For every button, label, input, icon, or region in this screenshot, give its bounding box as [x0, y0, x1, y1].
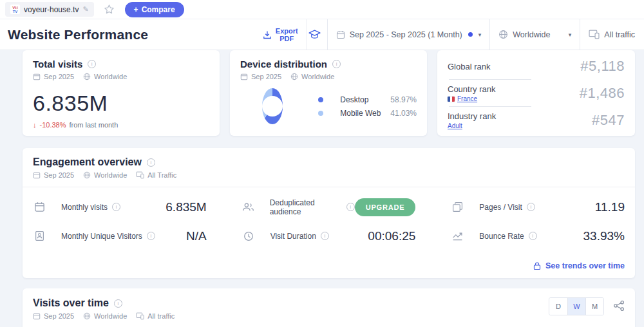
edit-pencil-icon[interactable]: ✎ — [82, 5, 88, 14]
favicon-text-bottom: TV — [13, 10, 18, 14]
device-distribution-card: Device distribution i Sep 2025 Worldwide… — [230, 50, 427, 136]
header-controls: ExportPDF Sep 2025 - Sep 2025 (1 Month) … — [254, 19, 644, 50]
devices-icon — [589, 30, 600, 39]
subtitle-date: Sep 2025 — [44, 171, 74, 179]
pages-icon — [451, 201, 464, 212]
industry-rank-label: Industry rank — [448, 111, 496, 121]
legend-item-mobile: Mobile Web 41.03% — [318, 109, 417, 118]
subtitle-geo: Worldwide — [94, 312, 127, 320]
clock-icon — [242, 231, 255, 241]
info-icon[interactable]: i — [112, 203, 120, 211]
share-icon[interactable] — [613, 300, 625, 312]
metric-monthly-visits: Monthly visits i 6.835M — [33, 192, 207, 221]
country-rank-label: Country rank — [448, 84, 495, 94]
subtitle-geo: Worldwide — [301, 73, 334, 80]
id-card-icon — [33, 230, 46, 241]
subtitle-date: Sep 2025 — [44, 73, 74, 80]
legend-value: 58.97% — [390, 95, 417, 104]
info-icon[interactable]: i — [88, 60, 96, 68]
site-tab[interactable]: VH TV voyeur-house.tv ✎ — [5, 2, 94, 17]
calendar-icon — [33, 73, 41, 80]
favorite-star-icon[interactable] — [104, 4, 115, 15]
chevron-down-icon: ▾ — [478, 32, 482, 38]
export-pdf-label: ExportPDF — [276, 27, 298, 42]
date-range-picker[interactable]: Sep 2025 - Sep 2025 (1 Month) ▾ — [327, 19, 490, 50]
mobile-dot-icon — [318, 111, 323, 116]
geo-selector[interactable]: Worldwide ▾ — [489, 19, 580, 50]
granularity-day-button[interactable]: D — [549, 298, 567, 315]
top-bar: VH TV voyeur-house.tv ✎ + Compare — [0, 0, 644, 19]
legend-label: Mobile Web — [340, 109, 390, 118]
info-icon[interactable]: i — [147, 158, 155, 167]
ranks-card: Global rank #5,118 Country rank France #… — [437, 50, 635, 136]
subtitle-date: Sep 2025 — [44, 312, 74, 320]
calendar-icon — [336, 30, 345, 39]
subtitle-traffic: All traffic — [147, 312, 175, 320]
total-visits-value: 6.835M — [33, 91, 209, 116]
globe-icon — [290, 73, 298, 80]
global-rank-label: Global rank — [448, 62, 490, 71]
metric-label: Pages / Visit — [479, 203, 522, 212]
compare-button[interactable]: + Compare — [125, 2, 184, 17]
metric-label: Visit Duration — [270, 232, 316, 241]
total-visits-title: Total visits — [33, 59, 82, 70]
chevron-down-icon: ▾ — [569, 32, 572, 38]
info-icon[interactable]: i — [332, 60, 341, 68]
download-icon — [263, 30, 272, 39]
change-note: from last month — [69, 121, 118, 129]
date-range-label: Sep 2025 - Sep 2025 (1 Month) — [350, 30, 462, 39]
compare-label: Compare — [142, 5, 175, 14]
granularity-month-button[interactable]: M — [585, 298, 603, 315]
calendar-icon — [33, 312, 41, 320]
metric-visit-duration: Visit Duration i 00:06:25 — [242, 221, 416, 250]
device-distribution-subtitle: Sep 2025 Worldwide — [240, 73, 417, 80]
devices-icon — [136, 312, 144, 320]
desktop-dot-icon — [318, 97, 323, 102]
total-visits-change: ↓ -10.38% from last month — [33, 121, 209, 129]
metric-label: Monthly Unique Visitors — [61, 232, 142, 241]
subtitle-traffic: All Traffic — [147, 171, 176, 179]
calendar-icon — [240, 73, 248, 80]
granularity-week-button[interactable]: W — [567, 298, 585, 315]
visits-over-time-subtitle: Sep 2025 Worldwide All traffic — [33, 312, 175, 320]
industry-rank-row: Industry rank Adult #547 — [448, 107, 625, 134]
metric-pages-per-visit: Pages / Visit i 11.19 — [451, 192, 625, 221]
info-icon[interactable]: i — [527, 203, 535, 211]
info-icon[interactable]: i — [114, 299, 122, 308]
subtitle-geo: Worldwide — [94, 171, 127, 179]
page-title: Website Performance — [0, 27, 148, 42]
subtitle-date: Sep 2025 — [251, 73, 281, 80]
info-icon[interactable]: i — [321, 232, 329, 240]
page-header: Website Performance ExportPDF Sep 2025 -… — [0, 19, 644, 50]
date-status-dot — [468, 32, 473, 37]
industry-rank-value: #547 — [592, 112, 625, 129]
metric-monthly-unique-visitors: Monthly Unique Visitors i N/A — [33, 221, 207, 250]
globe-icon — [83, 171, 91, 179]
export-pdf-button[interactable]: ExportPDF — [254, 19, 307, 50]
metric-value: 00:06:25 — [368, 229, 415, 243]
total-visits-subtitle: Sep 2025 Worldwide — [33, 73, 209, 80]
learn-graduation-cap-icon[interactable] — [307, 19, 327, 50]
industry-link[interactable]: Adult — [448, 122, 462, 129]
metric-label: Deduplicated audience — [270, 198, 342, 216]
change-percent: -10.38% — [40, 121, 66, 129]
see-trends-label: See trends over time — [545, 261, 625, 270]
engagement-metrics: Monthly visits i 6.835M Deduplicated aud… — [23, 187, 635, 250]
legend-item-desktop: Desktop 58.97% — [318, 95, 417, 104]
granularity-toggle: D W M — [549, 297, 604, 315]
global-rank-row: Global rank #5,118 — [448, 53, 625, 80]
info-icon[interactable]: i — [147, 232, 155, 240]
upgrade-button[interactable]: UPGRADE — [355, 198, 416, 216]
country-link[interactable]: France — [457, 95, 477, 102]
metric-value: 6.835M — [166, 200, 206, 214]
geo-label: Worldwide — [513, 30, 550, 39]
info-icon[interactable]: i — [346, 203, 355, 211]
site-favicon: VH TV — [10, 5, 20, 14]
info-icon[interactable]: i — [529, 232, 537, 240]
engagement-overview-card: Engagement overview i Sep 2025 Worldwide… — [23, 148, 635, 278]
traffic-selector[interactable]: All traffic — [580, 19, 644, 50]
calendar-icon — [33, 201, 46, 212]
website-performance-dashboard: VH TV voyeur-house.tv ✎ + Compare Websit… — [0, 0, 644, 327]
see-trends-link[interactable]: See trends over time — [23, 250, 635, 270]
legend-value: 41.03% — [390, 109, 417, 118]
